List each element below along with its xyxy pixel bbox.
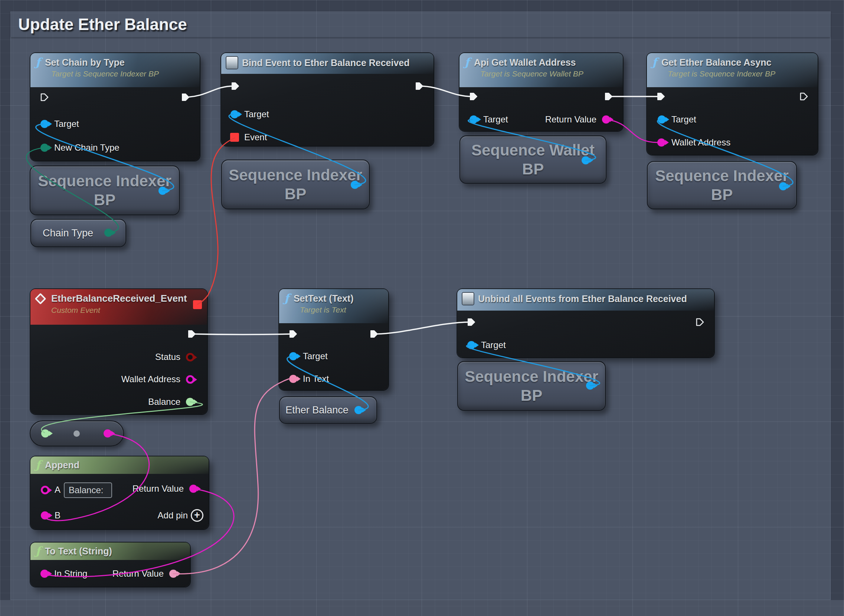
exec-in-pin[interactable] xyxy=(469,92,479,101)
pin-label: Target xyxy=(483,114,508,125)
variable-label: Chain Type xyxy=(43,227,93,239)
exec-in-pin[interactable] xyxy=(288,329,298,339)
pin-label: Balance xyxy=(148,397,181,407)
node-title: Append xyxy=(45,460,79,471)
function-icon: ƒ xyxy=(652,57,657,68)
wallet-address-pin[interactable] xyxy=(657,138,665,147)
exec-in-pin[interactable] xyxy=(40,92,49,102)
node-title: Bind Event to Ether Balance Received xyxy=(242,57,410,68)
pin-label: A xyxy=(54,485,60,495)
target-pin[interactable] xyxy=(40,120,48,128)
exec-out-pin[interactable] xyxy=(799,92,809,101)
node-header: ƒ Api Get Wallet Address Target is Seque… xyxy=(459,53,623,87)
node-header: ƒ Set Chain by Type Target is Sequence I… xyxy=(31,53,200,87)
target-pin[interactable] xyxy=(658,116,666,123)
variable-label: Sequence Indexer BP xyxy=(222,166,369,203)
blueprint-graph-canvas[interactable]: Update Ether Balance Sequence Indexer BP… xyxy=(0,0,844,616)
variable-out-pin[interactable] xyxy=(104,229,113,237)
node-title: EtherBalanceReceived_Event xyxy=(51,293,187,304)
pin-label: Event xyxy=(244,132,267,142)
exec-in-pin[interactable] xyxy=(656,92,666,101)
node-header: Unbind all Events from Ether Balance Rec… xyxy=(457,289,714,311)
target-pin[interactable] xyxy=(230,110,239,118)
add-pin-icon[interactable] xyxy=(191,509,203,522)
event-delegate-pin[interactable] xyxy=(230,133,239,142)
return-value-pin[interactable] xyxy=(169,570,178,578)
exec-out-pin[interactable] xyxy=(604,92,614,101)
function-icon: ƒ xyxy=(284,293,289,304)
target-pin[interactable] xyxy=(470,116,478,123)
function-icon: ƒ xyxy=(36,459,40,471)
pin-label: Return Value xyxy=(545,114,596,125)
exec-out-pin[interactable] xyxy=(695,317,705,327)
variable-label: Sequence Indexer BP xyxy=(31,172,179,209)
conversion-out-pin[interactable] xyxy=(104,429,112,437)
pin-label: New Chain Type xyxy=(54,142,119,153)
pin-label: Target xyxy=(481,340,506,350)
node-title: To Text (String) xyxy=(45,546,112,557)
return-value-pin[interactable] xyxy=(602,116,610,123)
node-title: Unbind all Events from Ether Balance Rec… xyxy=(478,293,687,304)
variable-out-pin[interactable] xyxy=(581,156,590,164)
function-icon: ƒ xyxy=(36,546,40,557)
wallet-address-pin[interactable] xyxy=(186,375,194,384)
variable-label: Sequence Indexer BP xyxy=(458,367,605,405)
new-chain-type-pin[interactable] xyxy=(40,144,48,152)
custom-event-icon xyxy=(35,293,46,304)
exec-out-pin[interactable] xyxy=(369,329,379,339)
node-header: Bind Event to Ether Balance Received xyxy=(221,53,433,74)
node-set-text[interactable]: ƒ SetText (Text) Target is Text xyxy=(279,289,388,390)
exec-out-pin[interactable] xyxy=(415,81,424,91)
exec-in-pin[interactable] xyxy=(230,81,240,91)
exec-out-pin[interactable] xyxy=(181,92,191,102)
node-title: SetText (Text) xyxy=(294,293,354,304)
pin-label: Return Value xyxy=(132,484,184,494)
variable-out-pin[interactable] xyxy=(351,181,359,189)
pin-label: Target xyxy=(303,351,328,361)
balance-pin[interactable] xyxy=(186,398,194,406)
return-value-pin[interactable] xyxy=(189,485,197,493)
a-pin[interactable] xyxy=(41,486,49,494)
delegate-icon xyxy=(462,293,474,305)
variable-node-sequence-indexer-bp-3[interactable]: Sequence Indexer BP xyxy=(647,161,797,209)
node-title: Get Ether Balance Async xyxy=(661,57,771,68)
variable-node-sequence-indexer-bp-2[interactable]: Sequence Indexer BP xyxy=(221,160,370,209)
exec-out-pin[interactable] xyxy=(187,329,197,339)
delegate-out-pin[interactable] xyxy=(193,300,202,309)
status-pin[interactable] xyxy=(186,353,194,361)
node-subtitle: Target is Sequence Wallet BP xyxy=(480,69,617,78)
variable-label: Ether Balance xyxy=(285,405,348,416)
node-title: Api Get Wallet Address xyxy=(474,57,576,68)
b-pin[interactable] xyxy=(41,511,49,519)
variable-node-sequence-indexer-bp-1[interactable]: Sequence Indexer BP xyxy=(30,166,180,215)
node-header: ƒ Append xyxy=(31,456,208,474)
pin-label: Return Value xyxy=(113,569,164,579)
pin-label: In String xyxy=(54,569,87,579)
conversion-dot-icon xyxy=(73,430,80,437)
variable-out-pin[interactable] xyxy=(159,187,167,195)
in-string-pin[interactable] xyxy=(40,570,48,578)
node-subtitle: Target is Text xyxy=(300,305,382,314)
variable-out-pin[interactable] xyxy=(586,381,594,390)
pin-label: Wallet Address xyxy=(671,137,730,148)
variable-label: Sequence Indexer BP xyxy=(648,166,796,204)
function-icon: ƒ xyxy=(465,57,470,68)
exec-in-pin[interactable] xyxy=(467,317,476,327)
comment-header[interactable]: Update Ether Balance xyxy=(11,12,830,37)
node-title: Set Chain by Type xyxy=(45,57,125,68)
variable-node-sequence-indexer-bp-4[interactable]: Sequence Indexer BP xyxy=(457,361,606,411)
a-value-input[interactable]: Balance: xyxy=(64,483,112,498)
node-header: ƒ To Text (String) xyxy=(31,543,190,560)
in-text-pin[interactable] xyxy=(289,375,297,383)
pin-label: Status xyxy=(155,352,181,362)
variable-out-pin[interactable] xyxy=(779,182,787,191)
target-pin[interactable] xyxy=(467,341,476,349)
node-header: EtherBalanceReceived_Event Custom Event xyxy=(31,289,207,325)
node-to-text-string[interactable]: ƒ To Text (String) xyxy=(31,543,190,587)
node-subtitle: Target is Sequence Indexer BP xyxy=(51,69,194,78)
target-pin[interactable] xyxy=(289,352,297,360)
variable-out-pin[interactable] xyxy=(354,406,363,414)
node-ether-balance-received-event[interactable]: EtherBalanceReceived_Event Custom Event xyxy=(31,289,207,414)
conversion-in-pin[interactable] xyxy=(41,429,49,437)
node-subtitle: Custom Event xyxy=(51,306,201,315)
